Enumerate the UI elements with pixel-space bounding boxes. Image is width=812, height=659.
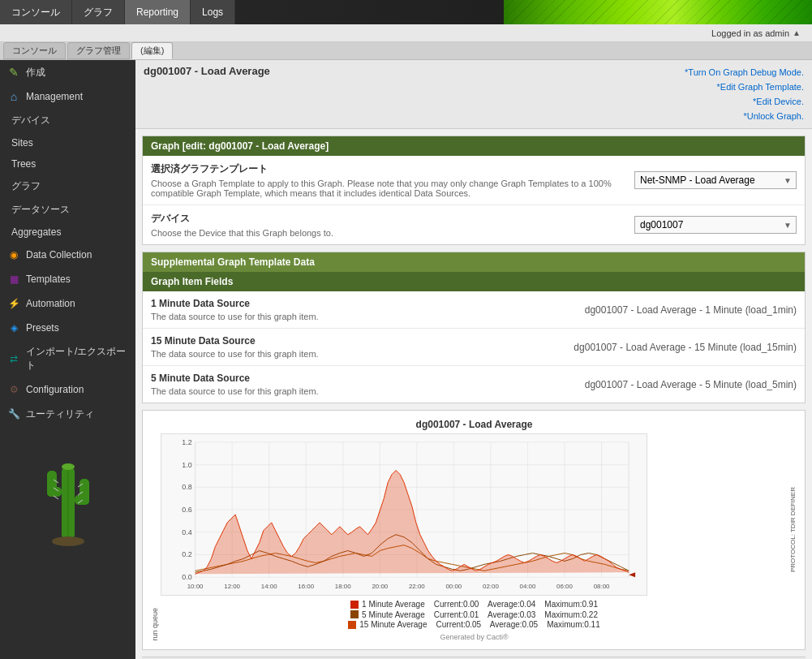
footer-bar: 取り消し 保存 <box>142 657 806 660</box>
legend-item-15min: 15 Minute Average Current:0.05 Average:0… <box>348 620 599 629</box>
legend-label-1min: 1 Minute Average Current:0.00 Average:0.… <box>362 600 598 609</box>
svg-text:0.2: 0.2 <box>182 550 191 558</box>
sidebar-label-automation: Automation <box>26 298 75 309</box>
legend-label-5min: 5 Minute Average Current:0.01 Average:0.… <box>362 610 598 619</box>
sidebar-item-management[interactable]: ⌂ Management <box>0 84 135 109</box>
sub-tab-graph-management[interactable]: グラフ管理 <box>67 42 130 59</box>
sidebar-label-aggregates: Aggregates <box>11 226 61 238</box>
automation-icon: ⚡ <box>6 296 21 311</box>
config-icon: ⚙ <box>6 382 21 397</box>
chart-title: dg001007 - Load Average <box>161 419 788 430</box>
datasource-3-desc: The data source to use for this graph it… <box>151 386 319 396</box>
graph-image-area: dg001007 - Load Average <box>161 419 788 641</box>
content-area: dg001007 - Load Average *Turn On Graph D… <box>135 60 812 659</box>
datasource-2-label: 15 Minute Data Source <box>151 335 319 347</box>
sidebar-item-datasource[interactable]: データソース <box>0 198 135 222</box>
device-label: デバイス <box>151 212 333 226</box>
sub-tab-console[interactable]: コンソール <box>3 42 66 59</box>
template-row: 選択済グラフテンプレート Choose a Graph Template to … <box>143 156 805 205</box>
tab-reporting[interactable]: Reporting <box>125 0 191 24</box>
main-layout: ✎ 作成 ⌂ Management デバイス Sites Trees グラフ デ… <box>0 60 812 659</box>
sidebar-label-importexport: インポート/エクスポート <box>26 345 129 373</box>
svg-marker-53 <box>629 572 635 577</box>
svg-text:22:00: 22:00 <box>409 583 425 590</box>
tab-graph[interactable]: グラフ <box>72 0 125 24</box>
graph-item-header: Graph Item Fields <box>143 272 805 291</box>
sidebar-item-graph[interactable]: グラフ <box>0 174 135 198</box>
action-edit-template[interactable]: *Edit Graph Template. <box>685 80 804 94</box>
side-label-text: PROTOCOL: TDIR DEFINER <box>789 487 797 572</box>
datasource-1-value: dg001007 - Load Average - 1 Minute (load… <box>585 304 797 316</box>
sidebar-item-aggregates[interactable]: Aggregates <box>0 222 135 243</box>
sidebar-item-config[interactable]: ⚙ Configuration <box>0 377 135 402</box>
sidebar-item-templates[interactable]: ▦ Templates <box>0 267 135 291</box>
sidebar-label-device: デバイス <box>11 114 50 127</box>
svg-text:16:00: 16:00 <box>298 583 314 590</box>
sidebar-item-device[interactable]: デバイス <box>0 109 135 132</box>
sidebar-label-sites: Sites <box>11 137 33 149</box>
device-select-wrapper: dg001007 <box>634 216 797 234</box>
utility-icon: 🔧 <box>6 407 21 421</box>
tab-console[interactable]: コンソール <box>0 0 72 24</box>
page-actions: *Turn On Graph Debug Mode. *Edit Graph T… <box>685 65 804 123</box>
legend-item-1min: 1 Minute Average Current:0.00 Average:0.… <box>350 600 598 609</box>
action-unlock-graph[interactable]: *Unlock Graph. <box>685 109 804 123</box>
sidebar-item-importexport[interactable]: ⇄ インポート/エクスポート <box>0 340 135 377</box>
svg-text:00:00: 00:00 <box>445 583 462 590</box>
chart-svg: 1.2 1.0 0.8 0.6 0.4 0.2 0.0 10:00 12:00 … <box>161 433 647 596</box>
datasource-1-label: 1 Minute Data Source <box>151 298 319 309</box>
sidebar-item-automation[interactable]: ⚡ Automation <box>0 291 135 316</box>
svg-text:18:00: 18:00 <box>335 583 351 590</box>
svg-text:20:00: 20:00 <box>372 583 388 590</box>
datasource-row-3: 5 Minute Data Source The data source to … <box>143 366 805 403</box>
sub-tab-edit[interactable]: (編集) <box>131 42 173 59</box>
supplemental-header: Supplemental Graph Template Data <box>143 252 805 272</box>
svg-text:14:00: 14:00 <box>261 583 277 590</box>
sub-nav: コンソール グラフ管理 (編集) <box>0 42 812 60</box>
sidebar-label-datacollection: Data Collection <box>26 249 92 261</box>
graph-edit-section: Graph [edit: dg001007 - Load Average] 選択… <box>142 136 806 245</box>
device-select[interactable]: dg001007 <box>634 216 797 234</box>
template-description: Choose a Graph Template to apply to this… <box>151 179 634 198</box>
create-icon: ✎ <box>6 65 21 80</box>
generated-by-text: Generated by Cacti® <box>161 633 788 641</box>
sidebar-label-create: 作成 <box>26 66 45 80</box>
top-header: コンソール グラフ Reporting Logs <box>0 0 812 24</box>
datasource-2-value: dg001007 - Load Average - 15 Minute (loa… <box>574 342 797 353</box>
sidebar-item-presets[interactable]: ◈ Presets <box>0 316 135 340</box>
datasource-row-1: 1 Minute Data Source The data source to … <box>143 291 805 329</box>
template-select[interactable]: Net-SNMP - Load Average <box>634 171 797 189</box>
login-icon: ▲ <box>793 28 801 37</box>
management-icon: ⌂ <box>6 89 21 104</box>
sidebar-label-management: Management <box>26 91 83 102</box>
sidebar-label-datasource: データソース <box>11 203 70 217</box>
svg-text:04:00: 04:00 <box>520 583 536 590</box>
sidebar-item-datacollection[interactable]: ◉ Data Collection <box>0 243 135 267</box>
legend-color-15min <box>348 621 356 629</box>
page-header: dg001007 - Load Average *Turn On Graph D… <box>135 60 812 129</box>
sidebar-label-presets: Presets <box>26 322 59 334</box>
svg-point-13 <box>62 463 75 470</box>
sidebar-label-trees: Trees <box>11 158 36 170</box>
sidebar-item-sites[interactable]: Sites <box>0 132 135 153</box>
y-axis-label: run queue <box>151 419 159 641</box>
presets-icon: ◈ <box>6 321 21 335</box>
graph-edit-header: Graph [edit: dg001007 - Load Average] <box>143 136 805 156</box>
sidebar-item-create[interactable]: ✎ 作成 <box>0 60 135 84</box>
action-edit-device[interactable]: *Edit Device. <box>685 94 804 109</box>
sidebar-item-trees[interactable]: Trees <box>0 153 135 174</box>
legend-color-1min <box>350 601 359 609</box>
sidebar-label-templates: Templates <box>26 274 71 285</box>
svg-text:0.4: 0.4 <box>182 528 191 536</box>
tab-logs[interactable]: Logs <box>191 0 235 24</box>
svg-text:0.6: 0.6 <box>182 506 191 514</box>
svg-text:08:00: 08:00 <box>594 583 610 590</box>
side-labels: PROTOCOL: TDIR DEFINER <box>789 419 797 641</box>
importexport-icon: ⇄ <box>6 351 21 366</box>
datasource-3-label: 5 Minute Data Source <box>151 373 319 384</box>
supplemental-section: Supplemental Graph Template Data Graph I… <box>142 252 806 403</box>
action-debug[interactable]: *Turn On Graph Debug Mode. <box>685 65 804 80</box>
sidebar-item-utility[interactable]: 🔧 ユーティリティ <box>0 402 135 426</box>
svg-text:1.2: 1.2 <box>182 438 191 446</box>
datasource-2-desc: The data source to use for this graph it… <box>151 349 319 359</box>
